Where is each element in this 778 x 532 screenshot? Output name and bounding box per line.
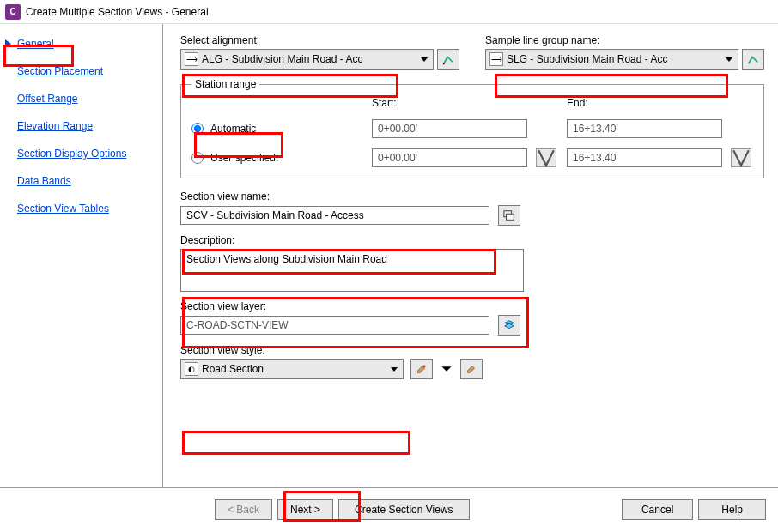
window-title: Create Multiple Section Views - General (26, 6, 209, 18)
end-label: End: (567, 97, 722, 109)
nav-section-display-options[interactable]: Section Display Options (3, 142, 162, 165)
description-input[interactable] (180, 249, 524, 292)
radio-user-specified[interactable] (191, 152, 204, 164)
nav-offset-range[interactable]: Offset Range (3, 88, 162, 110)
nav-section-placement[interactable]: Section Placement (3, 60, 162, 82)
sample-line-label: Sample line group name: (485, 34, 764, 46)
wizard-footer: < Back Next > Create Section Views Cance… (0, 487, 778, 530)
section-view-style-dropdown[interactable]: ◐ Road Section (180, 359, 404, 379)
svg-point-0 (443, 63, 445, 64)
alignment-label: Select alignment: (180, 34, 459, 46)
sample-line-dropdown[interactable]: ⟶ SLG - Subdivision Main Road - Acc (485, 49, 738, 70)
style-icon: ◐ (185, 362, 198, 376)
svg-marker-4 (505, 323, 514, 328)
app-icon: C (5, 4, 21, 20)
section-view-layer-label: Section view layer: (180, 300, 764, 312)
start-auto-field (372, 119, 527, 138)
nav-section-view-tables[interactable]: Section View Tables (3, 197, 162, 220)
nav-general[interactable]: General (3, 33, 162, 55)
svg-rect-5 (423, 366, 426, 368)
sample-line-pick-button[interactable] (742, 49, 764, 70)
alignment-value: ALG - Subdivision Main Road - Acc (202, 53, 429, 65)
station-range-group: Station range Start: End: Automatic User… (180, 78, 764, 178)
style-value: Road Section (202, 363, 399, 375)
section-view-name-label: Section view name: (180, 190, 764, 203)
radio-user-specified-label: User specified: (210, 152, 278, 164)
style-edit-button[interactable] (410, 359, 433, 379)
alignment-icon: ⟶ (185, 52, 198, 66)
alignment-dropdown[interactable]: ⟶ ALG - Subdivision Main Road - Acc (180, 49, 434, 70)
wizard-sidebar: General Section Placement Offset Range E… (0, 24, 163, 487)
next-button[interactable]: Next > (277, 499, 333, 520)
create-section-views-button[interactable]: Create Section Views (338, 499, 470, 520)
cancel-button[interactable]: Cancel (622, 499, 693, 520)
start-label: Start: (372, 97, 527, 109)
station-range-legend: Station range (191, 78, 259, 90)
description-label: Description: (180, 234, 764, 246)
sample-line-icon: ⟶ (489, 52, 503, 66)
section-view-name-input[interactable] (180, 206, 489, 225)
section-view-name-template-button[interactable] (498, 205, 520, 226)
pick-end-station-button[interactable] (731, 148, 751, 167)
nav-data-bands[interactable]: Data Bands (3, 170, 162, 192)
style-preview-button[interactable] (460, 359, 483, 379)
alignment-pick-button[interactable] (437, 49, 459, 70)
sample-line-value: SLG - Subdivision Main Road - Acc (507, 53, 734, 65)
radio-automatic[interactable] (191, 123, 204, 135)
titlebar: C Create Multiple Section Views - Genera… (0, 0, 778, 24)
content-panel: Select alignment: ⟶ ALG - Subdivision Ma… (163, 24, 778, 487)
radio-automatic-label: Automatic (210, 123, 256, 135)
back-button: < Back (215, 499, 272, 520)
section-view-style-label: Section view style: (180, 344, 764, 356)
section-view-layer-button[interactable] (498, 315, 520, 336)
end-user-field (567, 148, 722, 167)
end-auto-field (567, 119, 722, 138)
svg-rect-2 (507, 214, 514, 220)
nav-elevation-range[interactable]: Elevation Range (3, 115, 162, 137)
pick-start-station-button[interactable] (536, 148, 556, 167)
style-edit-dropdown-icon[interactable] (440, 359, 453, 379)
help-button[interactable]: Help (698, 499, 766, 520)
start-user-field (372, 148, 527, 167)
section-view-layer-input[interactable] (180, 316, 489, 335)
